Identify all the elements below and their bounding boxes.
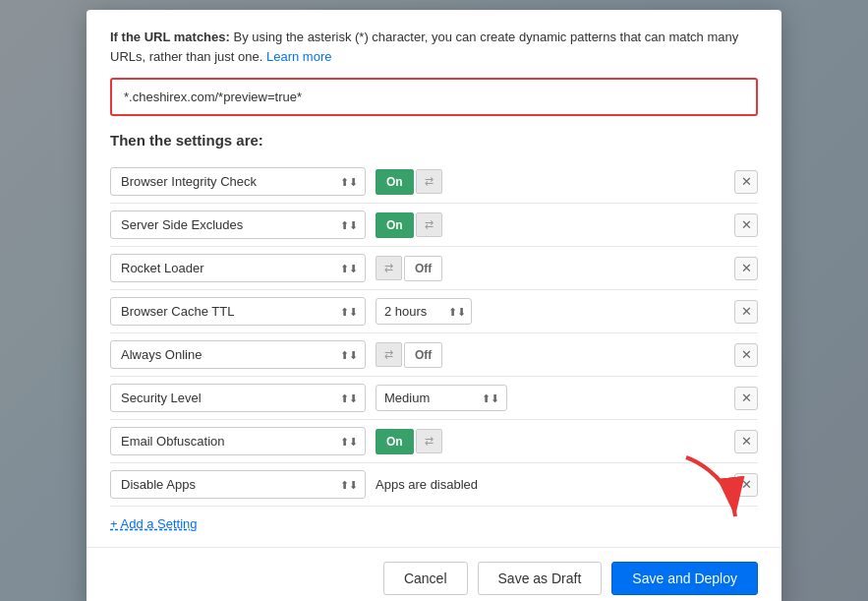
- setting-row-security-level: Security Level ⬆⬇ Essentially Off Low Me…: [110, 377, 758, 420]
- remove-btn-1[interactable]: ✕: [734, 213, 758, 237]
- setting-select-0[interactable]: Browser Integrity Check: [110, 167, 366, 196]
- arrow-indicator: [671, 452, 750, 534]
- setting-select-1[interactable]: Server Side Excludes: [110, 210, 366, 239]
- setting-row-browser-cache-ttl: Browser Cache TTL ⬆⬇ 2 hours 30 minutes …: [110, 290, 758, 333]
- modal-footer: Cancel Save as Draft Save and Deploy: [87, 547, 781, 601]
- toggle-group-0: On ⇄: [376, 169, 442, 195]
- value-select-wrapper-3: 2 hours 30 minutes 1 hour 4 hours 8 hour…: [376, 298, 474, 325]
- cancel-button[interactable]: Cancel: [383, 562, 468, 595]
- arrow-svg: [671, 452, 750, 531]
- add-setting-link[interactable]: + Add a Setting: [110, 516, 198, 531]
- setting-row-disable-apps: Disable Apps ⬆⬇ Apps are disabled ✕: [110, 463, 758, 507]
- remove-btn-0[interactable]: ✕: [734, 170, 758, 194]
- setting-select-wrapper-4: Always Online ⬆⬇: [110, 340, 366, 369]
- setting-select-7[interactable]: Disable Apps: [110, 470, 366, 499]
- toggle-on-btn-0[interactable]: On: [376, 169, 414, 195]
- save-deploy-button[interactable]: Save and Deploy: [611, 562, 758, 595]
- learn-more-link[interactable]: Learn more: [266, 49, 331, 64]
- remove-btn-2[interactable]: ✕: [734, 257, 758, 280]
- setting-select-wrapper-2: Rocket Loader ⬆⬇: [110, 254, 366, 282]
- setting-row-browser-integrity-check: Browser Integrity Check ⬆⬇ On ⇄ ✕: [110, 160, 758, 204]
- remove-btn-3[interactable]: ✕: [734, 300, 758, 324]
- save-draft-button[interactable]: Save as Draft: [478, 562, 603, 595]
- remove-btn-5[interactable]: ✕: [734, 387, 758, 410]
- setting-select-wrapper-1: Server Side Excludes ⬆⬇: [110, 210, 366, 239]
- toggle-switch-btn-1[interactable]: ⇄: [416, 212, 442, 237]
- value-select-wrapper-5: Essentially Off Low Medium High I'm Unde…: [376, 385, 507, 411]
- setting-row-always-online: Always Online ⬆⬇ ⇄ Off ✕: [110, 333, 758, 377]
- setting-select-wrapper-7: Disable Apps ⬆⬇: [110, 470, 366, 499]
- settings-rows: Browser Integrity Check ⬆⬇ On ⇄ ✕ Server…: [110, 160, 758, 507]
- toggle-off-btn-2[interactable]: Off: [404, 256, 442, 281]
- setting-select-3[interactable]: Browser Cache TTL: [110, 297, 366, 326]
- toggle-on-btn-6[interactable]: On: [376, 429, 414, 454]
- toggle-group-4: ⇄ Off: [376, 342, 442, 368]
- remove-btn-4[interactable]: ✕: [734, 343, 758, 367]
- value-select-5[interactable]: Essentially Off Low Medium High I'm Unde…: [376, 385, 507, 411]
- remove-btn-6[interactable]: ✕: [734, 430, 758, 453]
- setting-select-wrapper-0: Browser Integrity Check ⬆⬇: [110, 167, 366, 196]
- toggle-switch-btn-4[interactable]: ⇄: [376, 342, 402, 367]
- setting-select-wrapper-5: Security Level ⬆⬇: [110, 384, 366, 412]
- setting-select-5[interactable]: Security Level: [110, 384, 366, 412]
- setting-select-2[interactable]: Rocket Loader: [110, 254, 366, 282]
- settings-label: Then the settings are:: [110, 132, 758, 149]
- setting-row-server-side-excludes: Server Side Excludes ⬆⬇ On ⇄ ✕: [110, 204, 758, 247]
- toggle-group-2: ⇄ Off: [376, 256, 442, 281]
- url-input[interactable]: [114, 82, 754, 112]
- setting-select-6[interactable]: Email Obfuscation: [110, 427, 366, 455]
- toggle-off-btn-4[interactable]: Off: [404, 342, 442, 368]
- setting-row-email-obfuscation: Email Obfuscation ⬆⬇ On ⇄ ✕: [110, 420, 758, 463]
- url-info-prefix: If the URL matches:: [110, 30, 230, 44]
- setting-row-rocket-loader: Rocket Loader ⬆⬇ ⇄ Off ✕: [110, 247, 758, 290]
- toggle-switch-btn-2[interactable]: ⇄: [376, 256, 402, 280]
- setting-select-4[interactable]: Always Online: [110, 340, 366, 369]
- setting-select-wrapper-6: Email Obfuscation ⬆⬇: [110, 427, 366, 455]
- setting-select-wrapper-3: Browser Cache TTL ⬆⬇: [110, 297, 366, 326]
- url-info-text: If the URL matches: By using the asteris…: [110, 28, 758, 66]
- url-input-wrapper: [110, 78, 758, 116]
- toggle-switch-btn-6[interactable]: ⇄: [416, 429, 442, 453]
- value-select-3[interactable]: 2 hours 30 minutes 1 hour 4 hours 8 hour…: [376, 298, 472, 325]
- toggle-group-1: On ⇄: [376, 212, 442, 238]
- toggle-switch-btn-0[interactable]: ⇄: [416, 169, 442, 194]
- toggle-group-6: On ⇄: [376, 429, 442, 454]
- toggle-on-btn-1[interactable]: On: [376, 212, 414, 238]
